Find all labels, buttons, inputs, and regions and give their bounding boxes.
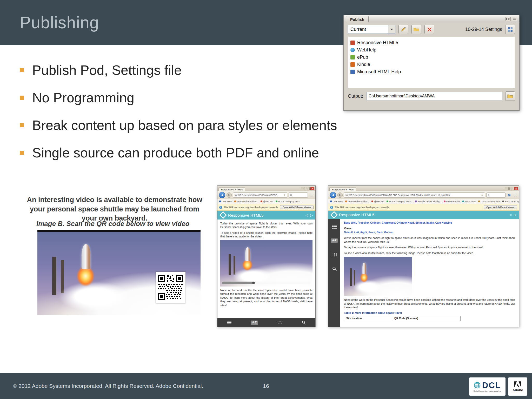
paragraph: Today the promise of space flight is clo… bbox=[220, 222, 312, 229]
mobile-preview-window: Responsive HTML5 file:///C:/Users/mhoffm… bbox=[217, 185, 316, 327]
back-button[interactable] bbox=[219, 192, 225, 198]
shuttle-launch-image bbox=[344, 257, 412, 296]
settings-file-label: 10-29-14 Settings bbox=[465, 27, 502, 32]
window-controls bbox=[301, 187, 314, 191]
bookmark-item[interactable]: Lorem Submit bbox=[444, 200, 460, 203]
bookmark-item[interactable]: @PROOF bbox=[261, 200, 273, 203]
minimize-icon[interactable] bbox=[301, 187, 305, 190]
glossary-book-icon[interactable] bbox=[328, 249, 340, 260]
edit-settings-button[interactable] bbox=[398, 25, 408, 34]
favicon-icon bbox=[219, 201, 221, 202]
favicon-icon bbox=[345, 201, 347, 202]
forward-button[interactable] bbox=[337, 192, 343, 198]
globe-icon bbox=[474, 382, 481, 389]
toc-icon[interactable] bbox=[227, 321, 231, 324]
bookmark-star-icon[interactable] bbox=[481, 194, 483, 196]
shuttle-video-link[interactable] bbox=[344, 257, 412, 296]
browse-folder-button[interactable] bbox=[505, 91, 515, 101]
bookmark-item[interactable]: Send From Special bbox=[502, 200, 519, 203]
toc-icon[interactable] bbox=[328, 221, 340, 232]
address-bar[interactable]: file:///C:/Users/mhoffman/FMSoutput/RESP… bbox=[233, 192, 287, 198]
pod-toolbar: Current 10-29-14 Settings bbox=[344, 22, 519, 36]
maximize-icon[interactable] bbox=[306, 187, 310, 190]
next-topic-icon[interactable]: ▷ bbox=[310, 213, 313, 217]
browser-tab[interactable]: Responsive HTML5 bbox=[218, 187, 245, 191]
favicon-icon bbox=[444, 201, 445, 202]
bookmark-label: LINKEDIN bbox=[222, 200, 232, 203]
remove-output-button[interactable] bbox=[424, 25, 434, 34]
bullet-icon bbox=[20, 96, 24, 100]
format-row-kindle[interactable]: Kindle bbox=[350, 61, 513, 68]
bookmark-star-icon[interactable] bbox=[283, 194, 286, 196]
bullet-list: Publish Pod, Settings file No Programmin… bbox=[20, 61, 337, 171]
bookmark-item[interactable]: WPS Team bbox=[462, 200, 476, 203]
search-field[interactable] bbox=[289, 192, 308, 198]
minimize-icon[interactable] bbox=[505, 187, 509, 190]
bookmark-item[interactable]: LINKEDIN bbox=[219, 200, 232, 203]
view-report-button[interactable] bbox=[505, 25, 515, 34]
bookmark-item[interactable]: DX2010 champions bbox=[478, 200, 500, 203]
menu-icon[interactable] bbox=[309, 193, 314, 197]
address-bar[interactable]: file:///C:/Users/mhoffman/FMSoutput/AMWA… bbox=[344, 192, 485, 198]
chevron-down-icon[interactable] bbox=[388, 25, 395, 34]
search-icon[interactable] bbox=[328, 263, 340, 274]
bullet-text: Break content up based on para styles or… bbox=[32, 116, 337, 134]
pod-panel-icon[interactable] bbox=[512, 17, 517, 21]
search-field[interactable] bbox=[486, 192, 506, 198]
scrubber-knob[interactable] bbox=[252, 282, 255, 284]
related-links[interactable]: Base Well, Propeller, Cylinder, Crankcas… bbox=[344, 221, 515, 225]
window-controls bbox=[505, 187, 518, 191]
publish-pod-tab[interactable]: Publish bbox=[346, 16, 369, 22]
bookmark-item[interactable]: @PROOF bbox=[371, 200, 384, 203]
bookmark-item[interactable]: FrameMaker+Video... bbox=[345, 200, 369, 203]
pod-overflow-icon[interactable] bbox=[506, 17, 511, 21]
info-icon bbox=[219, 206, 222, 209]
bookmark-item[interactable]: Social Content Highlig... bbox=[415, 200, 441, 203]
help-header: Responsive HTML5 ◁ ▷ bbox=[328, 211, 519, 219]
mobile-nav-bar: A-Z bbox=[217, 318, 315, 327]
shuttle-video-player[interactable] bbox=[220, 240, 312, 287]
next-topic-icon[interactable]: ▷ bbox=[514, 213, 516, 217]
favicon-icon bbox=[415, 201, 417, 202]
search-icon[interactable] bbox=[302, 321, 306, 324]
launch-tower bbox=[229, 254, 231, 275]
maximize-icon[interactable] bbox=[509, 187, 513, 190]
topic-content: Base Well, Propeller, Cylinder, Crankcas… bbox=[340, 219, 519, 327]
views-label: Views bbox=[344, 227, 515, 230]
format-row-epub[interactable]: ePub bbox=[350, 54, 513, 61]
browser-tab[interactable]: Responsive HTML5 bbox=[329, 187, 356, 191]
bookmark-item[interactable]: DCL/Coming Up to Sp... bbox=[276, 200, 302, 203]
forward-button[interactable] bbox=[227, 192, 232, 198]
generate-output-button[interactable] bbox=[411, 25, 421, 34]
tab-label: Responsive HTML5 bbox=[332, 188, 354, 191]
open-viewer-button[interactable]: Open With Different Viewer bbox=[484, 205, 517, 209]
open-viewer-button[interactable]: Open With Different Viewer bbox=[280, 205, 314, 209]
video-scrubber[interactable] bbox=[222, 282, 311, 284]
dcl-logo: DCL Data Conversion Laboratory Inc bbox=[469, 377, 506, 396]
bookmark-label: WPS Team bbox=[465, 200, 476, 203]
format-row-responsive-html5[interactable]: Responsive HTML5 bbox=[350, 39, 513, 46]
menu-icon[interactable] bbox=[513, 193, 517, 197]
index-az-icon[interactable]: A-Z bbox=[251, 321, 258, 325]
back-button[interactable] bbox=[330, 192, 336, 198]
dcl-wordmark: DCL bbox=[482, 381, 501, 389]
views-links[interactable]: Default, Left, Right, Front, Back, Botto… bbox=[344, 231, 515, 234]
prev-topic-icon[interactable]: ◁ bbox=[509, 213, 512, 217]
index-az-icon[interactable]: A-Z bbox=[328, 235, 340, 246]
address-text: file:///C:/Users/mhoffman/FMSoutput/RESP… bbox=[235, 194, 278, 196]
preset-dropdown[interactable]: Current bbox=[348, 25, 395, 34]
home-icon[interactable] bbox=[507, 193, 511, 197]
format-row-webhelp[interactable]: WebHelp bbox=[350, 46, 513, 54]
bookmark-item[interactable]: FrameMaker+Video... bbox=[234, 200, 258, 203]
close-icon[interactable] bbox=[310, 187, 314, 190]
bookmark-item[interactable]: LINKEDIN bbox=[330, 200, 343, 203]
favicon-icon bbox=[387, 201, 388, 202]
bookmark-item[interactable]: DCL/Coming Up to Sp... bbox=[387, 200, 413, 203]
output-path-field[interactable] bbox=[366, 92, 502, 100]
glossary-book-icon[interactable] bbox=[277, 321, 283, 324]
logo-diamond-icon bbox=[330, 211, 338, 218]
prev-topic-icon[interactable]: ◁ bbox=[305, 213, 308, 217]
close-icon[interactable] bbox=[514, 187, 518, 190]
kindle-icon bbox=[350, 62, 355, 67]
format-row-ms-html-help[interactable]: Microsoft HTML Help bbox=[350, 68, 513, 75]
